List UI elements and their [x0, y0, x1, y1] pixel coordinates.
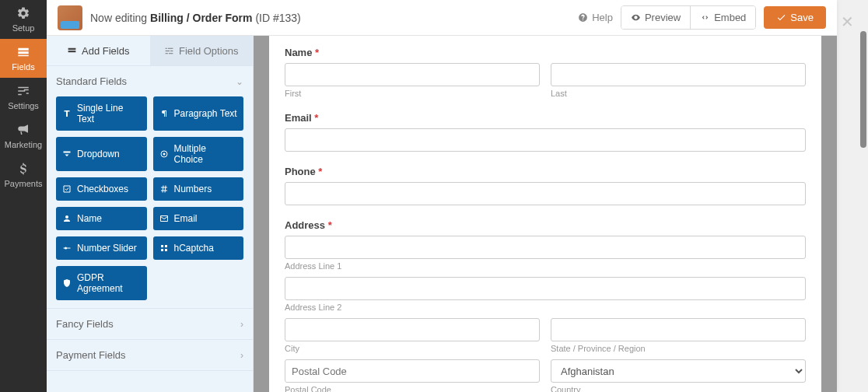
wpforms-logo — [58, 5, 82, 30]
svg-point-1 — [163, 153, 165, 156]
label-name: Name * — [285, 47, 806, 58]
rail-item-label: Fields — [12, 62, 34, 72]
input-state[interactable] — [551, 318, 806, 341]
rail-item-label: Payments — [5, 179, 43, 188]
input-first-name[interactable] — [285, 63, 540, 86]
save-button[interactable]: Save — [764, 6, 826, 29]
help-icon — [578, 12, 588, 23]
field-paragraph-text[interactable]: Paragraph Text — [153, 96, 244, 131]
embed-button[interactable]: Embed — [690, 6, 755, 29]
sublabel-postal: Postal Code — [285, 385, 540, 392]
sublabel-line2: Address Line 2 — [285, 303, 806, 312]
field-dropdown[interactable]: Dropdown — [56, 137, 147, 171]
chevron-down-icon: ⌄ — [236, 76, 243, 87]
input-postal[interactable] — [285, 359, 540, 383]
section-payment-fields: Payment Fields › — [47, 339, 253, 371]
left-rail: Setup Fields Settings Marketing Payments — [0, 0, 47, 392]
checkbox-icon — [62, 184, 72, 194]
field-gdpr-agreement[interactable]: GDPR Agreement — [56, 266, 147, 300]
svg-point-2 — [65, 247, 67, 250]
close-builder-icon[interactable]: ✕ — [841, 12, 854, 31]
sublabel-first: First — [285, 89, 540, 98]
sublabel-last: Last — [551, 89, 806, 98]
page-title: Now editing Billing / Order Form (ID #13… — [90, 12, 301, 24]
scrollbar-thumb[interactable] — [860, 31, 866, 148]
user-icon — [62, 214, 72, 223]
input-city[interactable] — [285, 318, 540, 341]
input-email[interactable] — [285, 128, 806, 152]
sliders-icon — [16, 84, 30, 98]
text-icon — [62, 109, 72, 118]
fields-icon — [16, 45, 30, 59]
paragraph-icon — [159, 109, 169, 118]
chevron-right-icon: › — [240, 350, 243, 361]
field-number-slider[interactable]: Number Slider — [56, 236, 147, 260]
topbar: Now editing Billing / Order Form (ID #13… — [47, 0, 837, 36]
add-fields-icon — [67, 46, 77, 56]
sublabel-country: Country — [551, 385, 806, 392]
dollar-icon — [16, 162, 30, 176]
rail-item-label: Marketing — [5, 140, 42, 149]
radio-icon — [159, 149, 169, 159]
section-header-standard[interactable]: Standard Fields ⌄ — [56, 74, 243, 89]
sublabel-state: State / Province / Region — [551, 344, 806, 353]
input-last-name[interactable] — [551, 63, 806, 86]
dropdown-icon — [62, 149, 72, 159]
form-preview[interactable]: Name * First Last — [269, 36, 821, 392]
section-header-payment[interactable]: Payment Fields › — [56, 348, 243, 362]
rail-item-label: Settings — [8, 101, 39, 110]
chevron-right-icon: › — [240, 319, 243, 330]
rail-item-settings[interactable]: Settings — [0, 78, 47, 117]
tab-field-options[interactable]: Field Options — [150, 36, 254, 65]
slider-icon — [62, 243, 72, 253]
bullhorn-icon — [16, 123, 30, 137]
preview-field-phone[interactable]: Phone * — [285, 166, 806, 205]
mail-icon — [159, 214, 169, 223]
hash-icon — [159, 184, 169, 194]
sublabel-city: City — [285, 344, 540, 353]
field-single-line-text[interactable]: Single Line Text — [56, 96, 147, 131]
section-header-fancy[interactable]: Fancy Fields › — [56, 317, 243, 331]
label-phone: Phone * — [285, 166, 806, 177]
eye-icon — [631, 12, 641, 23]
label-email: Email * — [285, 112, 806, 124]
rail-item-label: Setup — [12, 23, 35, 33]
form-preview-wrap: Name * First Last — [254, 36, 837, 392]
rail-item-marketing[interactable]: Marketing — [0, 117, 47, 156]
gear-icon — [16, 6, 30, 20]
tab-add-fields[interactable]: Add Fields — [47, 36, 150, 65]
section-standard-fields: Standard Fields ⌄ Single Line Text Parag… — [47, 65, 253, 308]
check-icon — [776, 12, 786, 23]
scrollbar-track — [860, 0, 866, 392]
input-phone[interactable] — [285, 182, 806, 205]
shield-icon — [62, 278, 72, 288]
field-email[interactable]: Email — [153, 207, 244, 230]
preview-embed-group: Preview Embed — [621, 5, 756, 30]
sublabel-line1: Address Line 1 — [285, 261, 806, 271]
field-hcaptcha[interactable]: hCaptcha — [153, 236, 244, 260]
code-icon — [700, 12, 710, 23]
fields-panel: Add Fields Field Options Standard Fields… — [47, 36, 254, 392]
field-checkboxes[interactable]: Checkboxes — [56, 177, 147, 201]
section-fancy-fields: Fancy Fields › — [47, 308, 253, 339]
field-numbers[interactable]: Numbers — [153, 177, 244, 201]
preview-field-name[interactable]: Name * First Last — [285, 47, 806, 98]
preview-field-email[interactable]: Email * — [285, 112, 806, 152]
rail-item-fields[interactable]: Fields — [0, 39, 47, 78]
input-address-line1[interactable] — [285, 236, 806, 259]
preview-button[interactable]: Preview — [621, 6, 690, 29]
input-address-line2[interactable] — [285, 277, 806, 300]
label-address: Address * — [285, 219, 806, 231]
preview-field-address[interactable]: Address * Address Line 1 Address Line 2 … — [285, 219, 806, 392]
rail-item-payments[interactable]: Payments — [0, 156, 47, 194]
help-link[interactable]: Help — [578, 12, 613, 23]
rail-item-setup[interactable]: Setup — [0, 0, 47, 39]
captcha-icon — [159, 243, 169, 253]
field-multiple-choice[interactable]: Multiple Choice — [153, 137, 244, 171]
select-country[interactable]: Afghanistan — [551, 359, 806, 383]
field-options-icon — [164, 46, 174, 56]
field-name[interactable]: Name — [56, 207, 147, 230]
